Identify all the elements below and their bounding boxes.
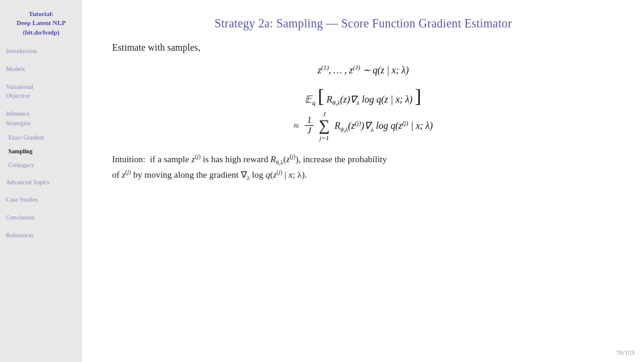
page-number: 76/153	[616, 349, 634, 356]
estimate-label: Estimate with samples,	[112, 42, 614, 53]
sidebar-item-conclusion[interactable]: Conclusion	[0, 211, 82, 225]
sidebar-item-models[interactable]: Models	[0, 62, 82, 76]
sidebar-item-sampling[interactable]: Sampling	[0, 144, 82, 158]
sidebar-item-exact-gradient[interactable]: Exact Gradient	[0, 131, 82, 144]
slide-body: Estimate with samples, z(1), … , z(J) ∼ …	[112, 42, 614, 350]
sidebar-item-advanced-topics[interactable]: Advanced Topics	[0, 175, 82, 190]
equation-1: z(1), … , z(J) ∼ q(z | x; λ)	[112, 64, 614, 76]
sidebar-item-conjugacy[interactable]: Conjugacy	[0, 158, 82, 172]
sidebar-item-variational-objective[interactable]: VariationalObjective	[0, 80, 82, 104]
intuition-text: Intuition: if a sample z(j) is has high …	[112, 152, 614, 183]
sidebar-item-references[interactable]: References	[0, 228, 82, 243]
equation-2: 𝔼q [ Rθ,λ(z)∇λ log q(z | x; λ) ] ≈ 1 J J…	[112, 86, 614, 141]
sidebar-item-introduction[interactable]: Introduction	[0, 44, 82, 58]
sidebar-item-case-studies[interactable]: Case Studies	[0, 193, 82, 207]
slide-title: Strategy 2a: Sampling — Score Function G…	[112, 17, 614, 30]
sidebar-logo: Tutorial:Deep Latent NLP(bit.do/lvnlp)	[0, 5, 82, 44]
sidebar-item-inference-strategies[interactable]: InferenceStrategies	[0, 107, 82, 131]
main-content: Strategy 2a: Sampling — Score Function G…	[82, 0, 644, 362]
sidebar: Tutorial:Deep Latent NLP(bit.do/lvnlp) I…	[0, 0, 82, 362]
